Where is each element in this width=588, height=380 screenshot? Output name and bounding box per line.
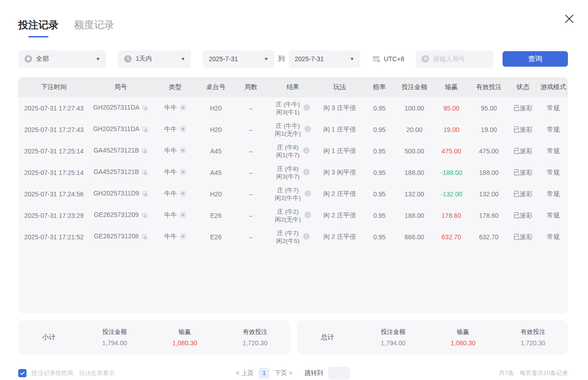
play-icon[interactable] (180, 233, 186, 241)
play-cell: 闲 2 庄平倍 (317, 183, 362, 205)
game-type-cell: 牛牛 (152, 97, 199, 119)
date-from-select[interactable]: 2025-7-31 ▼ (203, 50, 274, 68)
column-header: 局号 (90, 77, 152, 97)
play-cell: 闲 1 庄平倍 (317, 140, 362, 162)
mode-cell: 常规 (539, 119, 568, 140)
copy-icon[interactable] (142, 234, 148, 241)
info-icon[interactable]: i (303, 104, 310, 112)
result-cell: 庄 (牛牛)闲1(无牛) i (269, 119, 317, 140)
play-icon[interactable] (180, 126, 186, 134)
bet-amount-cell: 500.00 (397, 140, 432, 162)
table-row[interactable]: 2025-07-31 17:23:29 GE2625731209 牛牛 E26 … (18, 205, 568, 226)
date-to-select[interactable]: 2025-7-31 ▼ (289, 50, 360, 68)
timezone-display: UTC+8 (372, 54, 404, 63)
table-no-cell: H20 (199, 183, 233, 205)
copy-icon[interactable] (142, 148, 148, 155)
bet-time-cell: 2025-07-31 17:25:14 (18, 140, 90, 162)
info-icon[interactable]: i (304, 126, 311, 134)
play-cell: 闲 2 庄平倍 (317, 226, 362, 248)
table-row[interactable]: 2025-07-31 17:25:14 GA452573121B 牛牛 A45 … (18, 140, 568, 162)
close-icon[interactable] (563, 13, 575, 25)
rounds-cell: – (233, 140, 269, 162)
play-icon[interactable] (180, 169, 186, 177)
copy-icon[interactable] (142, 105, 148, 112)
play-icon[interactable] (180, 190, 186, 198)
merge-checkbox-label: 投注记录按照局、玩法合并展示 (32, 369, 115, 377)
table-row[interactable]: 2025-07-31 17:24:56 GH20257311D9 牛牛 H20 … (18, 183, 568, 205)
prev-page-button[interactable]: < 上页 (236, 369, 254, 377)
bet-time-cell: 2025-07-31 17:25:14 (18, 162, 90, 183)
game-type-dropdown[interactable]: 全部 ▼ (18, 50, 106, 68)
valid-bet-cell: 132.00 (471, 183, 507, 205)
status-cell: 已派彩 (507, 97, 539, 119)
column-header: 投注金额 (397, 77, 432, 97)
tab-quota-records[interactable]: 额度记录 (74, 18, 114, 37)
result-cell: 庄 (牛8)闲3(牛7) i (269, 162, 317, 183)
timezone-value: UTC+8 (384, 55, 404, 63)
result-cell: 庄 (牛7)闲2(牛5) i (269, 226, 317, 248)
time-range-dropdown[interactable]: 1天内 ▼ (118, 50, 191, 68)
merge-checkbox[interactable] (18, 369, 26, 377)
summary-section: 小计 投注金额 1,794.00 输赢 1,080.30 有效投注 1,720.… (18, 320, 568, 354)
game-type-cell: 牛牛 (152, 226, 199, 248)
column-header: 桌台号 (199, 77, 233, 97)
chevron-down-icon: ▼ (180, 57, 185, 61)
subtotal-valid: 有效投注 1,720.30 (220, 328, 290, 347)
table-row[interactable]: 2025-07-31 17:27:43 GH20257311DA 牛牛 H20 … (18, 97, 568, 119)
subtotal-card: 小计 投注金额 1,794.00 输赢 1,080.30 有效投注 1,720.… (18, 320, 290, 354)
subtotal-win: 输赢 1,080.30 (150, 328, 220, 347)
info-icon[interactable]: i (304, 190, 311, 198)
round-badge-icon: 局 (421, 55, 429, 63)
copy-icon[interactable] (142, 169, 148, 177)
play-icon[interactable] (180, 104, 186, 112)
valid-bet-cell: 19.00 (471, 119, 507, 140)
column-header: 游戏模式 (539, 77, 568, 97)
tab-bet-records[interactable]: 投注记录 (18, 18, 58, 37)
column-header: 输赢 (432, 77, 471, 97)
jump-to-input[interactable] (328, 367, 350, 380)
merge-option: 投注记录按照局、玩法合并展示 (18, 369, 236, 377)
subtotal-label: 小计 (18, 333, 79, 342)
next-page-button[interactable]: 下页 > (275, 369, 292, 377)
copy-icon[interactable] (142, 127, 148, 134)
total-count: 共7条 (499, 369, 514, 376)
round-search-input[interactable] (433, 55, 487, 63)
result-cell: 庄 (牛2)闲2(无牛) i (269, 205, 317, 226)
copy-icon[interactable] (142, 191, 148, 198)
win-loss-cell: 178.60 (432, 205, 471, 226)
info-icon[interactable]: i (303, 169, 310, 177)
column-header: 下注时间 (18, 77, 90, 97)
chevron-down-icon: ▼ (264, 57, 269, 61)
info-icon[interactable]: i (303, 233, 310, 241)
copy-icon[interactable] (142, 212, 148, 220)
table-row[interactable]: 2025-07-31 17:21:52 GE2625731208 牛牛 E26 … (18, 226, 568, 248)
table-no-cell: A45 (199, 162, 233, 183)
current-page-button[interactable]: 1 (259, 368, 270, 379)
win-loss-cell: 95.00 (432, 97, 471, 119)
bet-amount-cell: 666.00 (397, 226, 432, 248)
date-to-value: 2025-7-31 (295, 55, 324, 63)
round-search-field: 局 (416, 50, 493, 68)
play-icon[interactable] (180, 211, 186, 220)
table-row[interactable]: 2025-07-31 17:25:14 GA452573121B 牛牛 A45 … (18, 162, 568, 183)
info-icon[interactable]: i (303, 147, 310, 155)
header-row: 下注时间局号类型桌台号局数结果玩法赔率投注金额输赢有效投注状态游戏模式 (18, 77, 568, 97)
query-button[interactable]: 查询 (503, 51, 568, 67)
table-no-cell: A45 (199, 140, 233, 162)
calendar-clock-icon[interactable] (372, 54, 381, 63)
bet-time-cell: 2025-07-31 17:27:43 (18, 119, 90, 140)
game-type-cell: 牛牛 (152, 205, 199, 226)
mode-cell: 常规 (539, 205, 568, 226)
rounds-cell: – (233, 119, 269, 140)
valid-bet-cell: 475.00 (471, 140, 507, 162)
play-cell: 闲 2 庄平倍 (317, 205, 362, 226)
info-icon[interactable]: i (304, 211, 311, 220)
svg-text:局: 局 (423, 57, 427, 61)
status-cell: 已派彩 (507, 140, 539, 162)
page-size: 每页显示10条记录 (520, 369, 568, 376)
round-id-cell: GH20257311DA (90, 97, 152, 119)
odds-cell: 0.95 (362, 140, 397, 162)
play-icon[interactable] (180, 147, 186, 155)
odds-cell: 0.95 (362, 97, 397, 119)
table-row[interactable]: 2025-07-31 17:27:43 GH20257311DA 牛牛 H20 … (18, 119, 568, 140)
